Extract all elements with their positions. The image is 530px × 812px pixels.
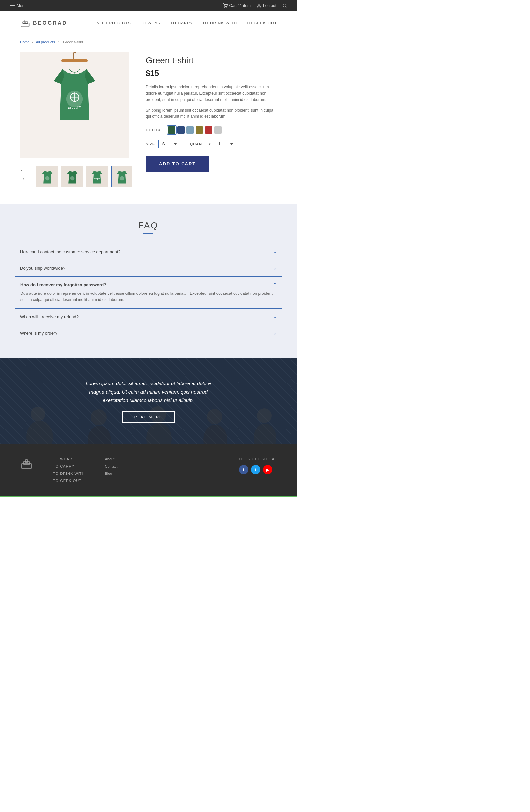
product-shipping: Shipping lorem ipsum sint occaecat cupid… — [146, 107, 277, 120]
thumb-4[interactable] — [111, 166, 132, 187]
faq-chevron-1: ⌄ — [273, 249, 277, 255]
thumb-prev[interactable]: ← — [20, 168, 25, 173]
product-details: Green t-shirt $15 Details lorem ipsumdol… — [146, 52, 277, 187]
breadcrumb-all-products[interactable]: All products — [36, 40, 55, 44]
breadcrumb-home[interactable]: Home — [20, 40, 29, 44]
faq-question-text-1: How can I contact the customer service d… — [20, 249, 120, 255]
nav-to-carry[interactable]: TO CARRY — [170, 21, 193, 26]
banner-section: Lorem ipsum dolor sit amet, incididunt u… — [0, 358, 297, 444]
footer-nav-to-wear[interactable]: TO WEAR — [53, 457, 85, 461]
faq-question-1[interactable]: How can I contact the customer service d… — [20, 249, 277, 255]
faq-question-text-4: When will I receive my refund? — [20, 314, 79, 319]
nav-to-wear[interactable]: TO WEAR — [140, 21, 161, 26]
green-bar — [0, 496, 297, 497]
logout-icon — [257, 3, 261, 8]
swatch-dark-green[interactable] — [168, 126, 175, 134]
add-to-cart-button[interactable]: ADD TO CART — [146, 156, 209, 172]
quantity-option: QUANTITY 1 2 3 4 5 — [190, 140, 236, 148]
faq-question-text-3: How do I recover my forgotten password? — [20, 282, 106, 287]
quantity-label: QUANTITY — [190, 142, 211, 146]
svg-text:Drupal: Drupal — [94, 177, 100, 179]
nav-to-drink-with[interactable]: TO DRINK WITH — [203, 21, 237, 26]
footer-nav: TO WEAR TO CARRY TO DRINK WITH TO GEEK O… — [53, 457, 85, 483]
options-row: SIZE S M L XL XXL QUANTITY 1 2 3 4 5 — [146, 140, 277, 148]
swatch-steel-blue[interactable] — [186, 126, 194, 134]
banner-text: Lorem ipsum dolor sit amet, incididunt u… — [82, 379, 215, 405]
swatch-olive[interactable] — [196, 126, 203, 134]
logo-icon — [20, 18, 30, 28]
faq-chevron-4: ⌄ — [273, 314, 277, 319]
footer-link-contact[interactable]: Contact — [105, 464, 117, 468]
footer-logo — [20, 457, 33, 472]
svg-point-13 — [120, 176, 124, 180]
svg-point-10 — [45, 176, 50, 180]
social-icons: f t ▶ — [239, 465, 277, 474]
svg-point-1 — [226, 7, 227, 8]
social-title: LET'S GET SOCIAL — [239, 457, 277, 461]
thumbnail-list: Drupal — [27, 166, 132, 187]
faq-question-text-2: Do you ship worldwide? — [20, 266, 65, 271]
footer-link-blog[interactable]: Blog — [105, 472, 117, 476]
faq-question-5[interactable]: Where is my order? ⌄ — [20, 330, 277, 335]
quantity-select[interactable]: 1 2 3 4 5 — [215, 140, 236, 148]
thumb-1[interactable] — [37, 166, 58, 187]
swatch-red[interactable] — [205, 126, 212, 134]
logout-label: Log out — [263, 3, 276, 8]
svg-point-3 — [283, 4, 286, 7]
tshirt-image: Drupal™ — [45, 60, 104, 126]
footer-social: LET'S GET SOCIAL f t ▶ — [239, 457, 277, 474]
thumb-2[interactable] — [61, 166, 83, 187]
svg-rect-5 — [23, 21, 28, 24]
menu-button[interactable]: Menu — [10, 3, 27, 8]
thumbnail-nav: ← → — [20, 168, 25, 181]
svg-rect-25 — [23, 462, 30, 464]
product-section: Drupal™ ← → Drupal — [0, 49, 297, 204]
svg-rect-26 — [25, 460, 28, 462]
facebook-icon[interactable]: f — [239, 465, 249, 474]
faq-item-3: How do I recover my forgotten password? … — [15, 276, 282, 309]
hamburger-icon — [10, 4, 15, 8]
twitter-icon[interactable]: t — [251, 465, 260, 474]
nav-all-products[interactable]: ALL PRODUCTS — [96, 21, 131, 26]
faq-title: FAQ — [20, 220, 277, 231]
footer-nav-to-geek-out[interactable]: TO GEEK OUT — [53, 479, 85, 483]
search-link[interactable] — [282, 3, 287, 8]
color-selector: COLOR — [146, 126, 277, 134]
swatch-light-gray[interactable] — [214, 126, 222, 134]
color-swatches — [168, 126, 222, 134]
header: BEOGRAD ALL PRODUCTS TO WEAR TO CARRY TO… — [0, 11, 297, 35]
logo[interactable]: BEOGRAD — [20, 18, 67, 28]
faq-chevron-2: ⌄ — [273, 265, 277, 271]
faq-item-2: Do you ship worldwide? ⌄ — [20, 260, 277, 276]
nav-to-geek-out[interactable]: TO GEEK OUT — [246, 21, 277, 26]
faq-item-5: Where is my order? ⌄ — [20, 325, 277, 341]
swatch-navy[interactable] — [177, 126, 184, 134]
top-bar: Menu Cart / 1 item Log out — [0, 0, 297, 11]
cart-link[interactable]: Cart / 1 item — [223, 3, 251, 8]
logout-link[interactable]: Log out — [257, 3, 276, 8]
product-description: Details lorem ipsumdolor in reprehenderi… — [146, 84, 277, 103]
search-icon — [282, 3, 287, 8]
svg-text:Drupal™: Drupal™ — [68, 105, 81, 109]
main-product-image: Drupal™ — [20, 52, 129, 158]
footer-links: About Contact Blog — [105, 457, 117, 476]
faq-question-4[interactable]: When will I receive my refund? ⌄ — [20, 314, 277, 319]
faq-question-3[interactable]: How do I recover my forgotten password? … — [20, 282, 277, 287]
read-more-button[interactable]: READ MORE — [122, 411, 175, 422]
cart-icon — [223, 3, 227, 8]
color-label: COLOR — [146, 128, 164, 132]
footer-link-about[interactable]: About — [105, 457, 117, 461]
faq-underline — [143, 233, 153, 234]
footer-nav-to-carry[interactable]: TO CARRY — [53, 464, 85, 468]
product-images: Drupal™ ← → Drupal — [20, 52, 129, 187]
thumb-next[interactable]: → — [20, 176, 25, 181]
faq-question-2[interactable]: Do you ship worldwide? ⌄ — [20, 265, 277, 271]
footer-nav-to-drink-with[interactable]: TO DRINK WITH — [53, 472, 85, 476]
thumb-3[interactable]: Drupal — [86, 166, 108, 187]
faq-question-text-5: Where is my order? — [20, 331, 57, 335]
svg-point-0 — [224, 7, 225, 8]
youtube-icon[interactable]: ▶ — [263, 465, 272, 474]
menu-label: Menu — [16, 3, 27, 8]
svg-point-2 — [259, 4, 260, 5]
size-select[interactable]: S M L XL XXL — [158, 140, 180, 148]
